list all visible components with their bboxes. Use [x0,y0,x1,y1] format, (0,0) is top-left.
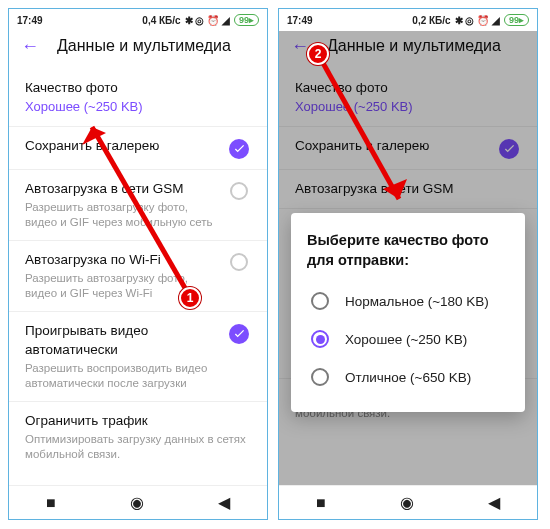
option-label: Нормальное (~180 KB) [345,294,489,309]
option-normal[interactable]: Нормальное (~180 KB) [307,282,509,320]
radio-checked-icon [311,330,329,348]
checkbox-unchecked-icon[interactable] [230,253,248,271]
option-excellent[interactable]: Отличное (~650 KB) [307,358,509,396]
status-time: 17:49 [287,15,313,26]
photo-quality-dialog: Выберите качество фото для отправки: Нор… [291,213,525,412]
status-bar: 17:49 0,4 КБ/с ✱ ◎ ⏰ ◢ 99▸ [9,9,267,31]
battery-icon: 99▸ [234,14,259,26]
checkbox-checked-icon[interactable] [229,139,249,159]
row-label: Проигрывать видео автоматически [25,322,219,358]
row-label: Ограничить трафик [25,412,251,430]
nav-back-icon[interactable]: ◀ [488,493,500,512]
status-speed: 0,4 КБ/с [142,15,180,26]
radio-unchecked-icon [311,368,329,386]
nav-recent-icon[interactable]: ■ [316,494,326,512]
nav-recent-icon[interactable]: ■ [46,494,56,512]
row-label: Качество фото [25,79,251,97]
signal-icon: ✱ ◎ ⏰ ◢ [185,15,230,26]
svg-line-2 [323,63,399,199]
row-sub: Разрешить воспроизводить видео автоматич… [25,361,219,391]
radio-unchecked-icon [311,292,329,310]
signal-icon: ✱ ◎ ⏰ ◢ [455,15,500,26]
battery-icon: 99▸ [504,14,529,26]
dialog-title: Выберите качество фото для отправки: [307,231,509,270]
annotation-badge-1: 1 [179,287,201,309]
android-navbar: ■ ◉ ◀ [279,485,537,519]
option-label: Отличное (~650 KB) [345,370,471,385]
phone-right: 17:49 0,2 КБ/с ✱ ◎ ⏰ ◢ 99▸ ← Данные и му… [278,8,538,520]
phone-left: 17:49 0,4 КБ/с ✱ ◎ ⏰ ◢ 99▸ ← Данные и му… [8,8,268,520]
row-limit-traffic[interactable]: Ограничить трафик Оптимизировать загрузк… [9,401,267,472]
nav-back-icon[interactable]: ◀ [218,493,230,512]
checkbox-checked-icon[interactable] [229,324,249,344]
svg-marker-3 [383,179,407,199]
row-sub: Оптимизировать загрузку данных в сетях м… [25,432,251,462]
app-header: ← Данные и мультимедиа [9,31,267,69]
annotation-arrow [309,49,439,229]
option-good[interactable]: Хорошее (~250 KB) [307,320,509,358]
svg-line-0 [92,127,189,295]
annotation-arrow [74,109,204,309]
status-time: 17:49 [17,15,43,26]
nav-home-icon[interactable]: ◉ [130,493,144,512]
row-autoplay-video[interactable]: Проигрывать видео автоматически Разрешит… [9,311,267,400]
nav-home-icon[interactable]: ◉ [400,493,414,512]
page-title: Данные и мультимедиа [57,37,231,55]
back-icon[interactable]: ← [21,37,39,55]
checkbox-unchecked-icon[interactable] [230,182,248,200]
annotation-badge-2: 2 [307,43,329,65]
option-label: Хорошее (~250 KB) [345,332,467,347]
status-bar: 17:49 0,2 КБ/с ✱ ◎ ⏰ ◢ 99▸ [279,9,537,31]
status-speed: 0,2 КБ/с [412,15,450,26]
android-navbar: ■ ◉ ◀ [9,485,267,519]
